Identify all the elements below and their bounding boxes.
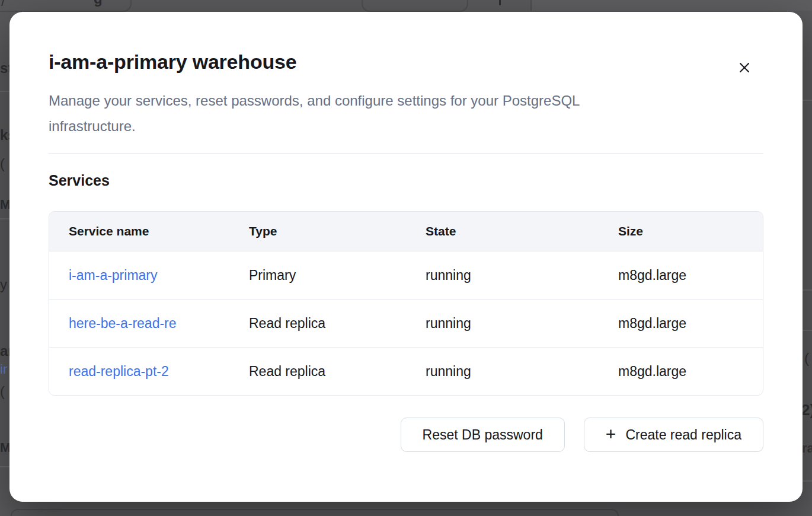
background-fragment: ra: [802, 442, 812, 455]
create-read-replica-button[interactable]: + Create read replica: [584, 418, 763, 452]
service-name-cell: here-be-a-read-re: [49, 300, 249, 348]
background-fragment: /: [1, 0, 5, 8]
services-heading: Services: [49, 171, 763, 190]
background-fragment: (: [804, 351, 809, 365]
column-header-state: State: [426, 212, 618, 251]
dialog-description-line: infrastructure.: [49, 113, 763, 139]
dialog-title: i-am-a-primary warehouse: [49, 12, 763, 75]
service-link[interactable]: i-am-a-primary: [69, 267, 158, 284]
table-row: here-be-a-read-re Read replica running m…: [49, 300, 763, 348]
column-header-size: Size: [618, 212, 763, 251]
reset-db-password-label: Reset DB password: [423, 427, 543, 443]
background-line: [802, 289, 812, 291]
background-band: [532, 0, 812, 11]
reset-db-password-button[interactable]: Reset DB password: [401, 418, 565, 452]
screen: / g st ks ( M, y ar ir ( M, ( 2) ra i-am…: [0, 0, 812, 516]
table-header-row: Service name Type State Size: [49, 212, 763, 251]
column-header-type: Type: [249, 212, 426, 251]
dialog-actions: Reset DB password + Create read replica: [49, 418, 763, 452]
service-name-cell: i-am-a-primary: [49, 251, 249, 300]
plus-icon: +: [606, 425, 616, 443]
service-link[interactable]: here-be-a-read-re: [69, 316, 177, 332]
column-header-service-name: Service name: [49, 212, 249, 251]
service-size-cell: m8gd.large: [618, 251, 763, 300]
table-row: i-am-a-primary Primary running m8gd.larg…: [49, 251, 763, 300]
background-line: [802, 480, 812, 482]
service-type-cell: Primary: [249, 251, 426, 300]
service-type-cell: Read replica: [249, 348, 426, 395]
warehouse-dialog: i-am-a-primary warehouse Manage your ser…: [9, 12, 803, 502]
services-table: Service name Type State Size i-am-a-prim…: [49, 211, 763, 396]
service-name-cell: read-replica-pt-2: [49, 348, 249, 395]
background-card-edge: [11, 509, 619, 516]
background-fragment: (: [0, 384, 5, 399]
background-line: [802, 100, 812, 101]
create-read-replica-label: Create read replica: [625, 427, 741, 443]
background-tab-left: [0, 0, 132, 12]
background-line: [802, 330, 812, 331]
background-fragment: (: [0, 157, 5, 171]
service-type-cell: Read replica: [249, 300, 426, 348]
background-fragment: y: [0, 278, 7, 292]
divider: [49, 153, 763, 154]
service-link[interactable]: read-replica-pt-2: [69, 364, 169, 380]
dialog-description: Manage your services, reset passwords, a…: [49, 88, 763, 139]
background-tab-right: [362, 0, 468, 12]
service-state-cell: running: [426, 300, 618, 348]
close-icon: [737, 60, 752, 75]
table-row: read-replica-pt-2 Read replica running m…: [49, 348, 763, 395]
background-tick: [499, 0, 501, 5]
service-size-cell: m8gd.large: [618, 300, 763, 348]
service-size-cell: m8gd.large: [618, 348, 763, 395]
service-state-cell: running: [426, 251, 618, 300]
dialog-description-line: Manage your services, reset passwords, a…: [49, 88, 763, 113]
background-fragment: g: [94, 0, 103, 6]
background-fragment: 2): [801, 402, 812, 418]
close-button[interactable]: [734, 57, 755, 78]
service-state-cell: running: [426, 348, 618, 395]
background-fragment: ir: [0, 363, 7, 376]
